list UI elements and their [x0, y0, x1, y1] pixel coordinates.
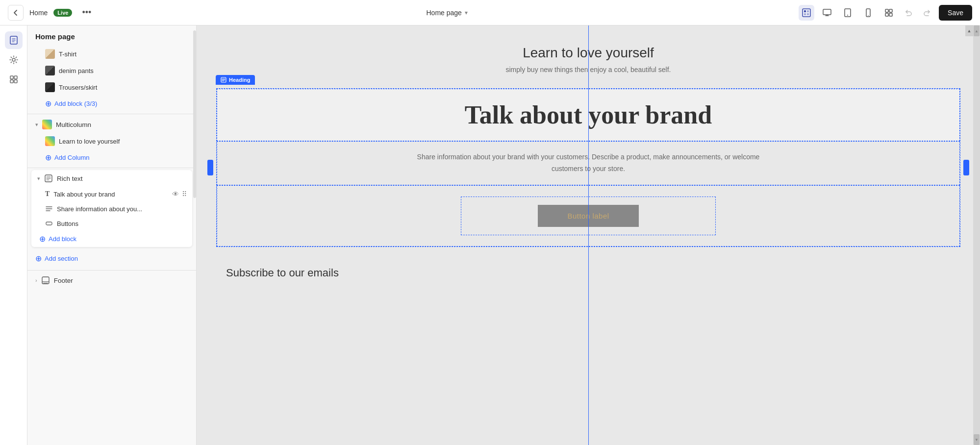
svg-rect-13 [889, 13, 892, 16]
svg-rect-12 [885, 13, 888, 16]
canvas-inner[interactable]: Learn to love yourself simply buy new th… [197, 25, 980, 445]
svg-rect-10 [885, 9, 888, 12]
sidebar-item-footer[interactable]: › Footer [27, 272, 196, 288]
svg-rect-18 [10, 80, 13, 83]
icon-bar [0, 25, 27, 445]
heading-chip[interactable]: Heading [216, 75, 255, 85]
divider-1 [27, 114, 196, 114]
sidebar-item-buttons[interactable]: Buttons [31, 216, 192, 231]
main-heading: Talk about your brand [237, 101, 940, 129]
share-info-label: Share information about you... [57, 205, 142, 213]
canvas-scrollbar[interactable]: ▲ ▼ [973, 25, 980, 445]
redo-button[interactable] [920, 6, 934, 20]
add-section-button[interactable]: ⊕ Add section [27, 249, 196, 268]
more-button[interactable]: ••• [78, 5, 95, 20]
up-arrow-icon: ▲ [967, 28, 972, 33]
divider-2 [27, 168, 196, 168]
sidebar-item-learn-to-love[interactable]: Learn to love yourself [27, 133, 196, 149]
back-button[interactable] [8, 5, 24, 21]
denim-thumb [45, 66, 55, 75]
sidebar-item-share-info[interactable]: Share information about you... [31, 201, 192, 216]
learn-thumb [45, 136, 55, 146]
svg-rect-17 [14, 76, 17, 79]
add-block-2-button[interactable]: ⊕ Add block [31, 231, 192, 247]
rich-text-label: Rich text [57, 175, 83, 182]
home-label: Home [29, 9, 48, 17]
trousers-thumb [45, 82, 55, 92]
scroll-up-button[interactable]: ▲ [965, 25, 973, 36]
add-block-button[interactable]: ⊕ Add block (3/3) [27, 96, 196, 112]
topbar-center: Home page ▾ [426, 9, 467, 17]
undo-button[interactable] [902, 6, 915, 20]
tablet-view-button[interactable] [840, 5, 855, 21]
multicolumn-label: Multicolumn [56, 121, 91, 128]
button-wrapper: Button label [461, 197, 716, 235]
plus-circle-icon: ⊕ [45, 99, 51, 108]
svg-rect-11 [889, 9, 892, 12]
svg-point-15 [12, 58, 15, 61]
cursor-tool-button[interactable] [799, 5, 814, 21]
settings-icon[interactable] [5, 51, 23, 69]
add-column-button[interactable]: ⊕ Add Column [27, 149, 196, 166]
button-area[interactable]: Button label [217, 185, 960, 247]
hero-section: Learn to love yourself simply buy new th… [197, 25, 980, 88]
svg-point-9 [868, 15, 869, 16]
footer-label: Footer [54, 277, 73, 284]
plus-circle-icon-4: ⊕ [35, 254, 42, 263]
text-box[interactable]: Share information about your brand with … [217, 141, 960, 185]
scroll-down-arrow-icon: ▼ [975, 438, 979, 442]
plus-circle-icon-2: ⊕ [45, 153, 51, 162]
rich-text-section: ▾ Rich text T Talk about your brand 👁 ⠿ … [31, 170, 192, 247]
chevron-down-rich-icon: ▾ [37, 175, 40, 182]
svg-rect-22 [42, 277, 49, 284]
topbar-left: Home Live ••• [8, 5, 95, 21]
main-layout: Home page T-shirt denim pants Trousers/s… [0, 25, 980, 445]
denim-label: denim pants [59, 67, 94, 74]
svg-point-7 [847, 15, 848, 16]
topbar-right: Save [799, 5, 972, 21]
chevron-right-icon: ▾ [35, 122, 38, 128]
hero-subtitle: simply buy new things then enjoy a cool,… [226, 66, 951, 74]
chevron-right-footer-icon: › [35, 277, 37, 283]
live-badge: Live [53, 9, 72, 17]
sidebar-scrollbar[interactable] [193, 30, 196, 198]
left-resize-handle[interactable] [207, 160, 213, 175]
rich-text-icon [44, 174, 53, 183]
trousers-label: Trousers/skirt [59, 84, 97, 91]
canvas-button[interactable]: Button label [538, 205, 638, 227]
pages-icon[interactable] [5, 31, 23, 49]
canvas-area: ▲ Learn to love yourself simply buy new … [197, 25, 980, 445]
canvas-content: Learn to love yourself simply buy new th… [197, 25, 980, 418]
scroll-up-thumb[interactable]: ▲ [974, 25, 980, 36]
heading-box[interactable]: Talk about your brand [217, 89, 960, 141]
sidebar-item-trousers[interactable]: Trousers/skirt [27, 79, 196, 96]
sidebar-item-tshirt[interactable]: T-shirt [27, 46, 196, 62]
footer-icon [41, 276, 50, 285]
svg-rect-5 [823, 9, 831, 15]
desktop-view-button[interactable] [819, 5, 835, 21]
svg-rect-16 [10, 76, 13, 79]
right-resize-handle[interactable] [963, 160, 969, 175]
sidebar-item-talk-about[interactable]: T Talk about your brand 👁 ⠿ [31, 187, 192, 201]
section-inner-border[interactable]: Heading Talk about your brand Share info… [216, 88, 960, 247]
mobile-view-button[interactable] [860, 5, 876, 21]
heading-chip-icon [221, 77, 226, 83]
eye-icon[interactable]: 👁 [172, 190, 179, 198]
svg-rect-19 [14, 80, 17, 83]
multicolumn-thumb [42, 120, 52, 129]
tshirt-thumb [45, 49, 55, 59]
sidebar-item-denim[interactable]: denim pants [27, 62, 196, 79]
topbar: Home Live ••• Home page ▾ Save [0, 0, 980, 25]
subscribe-title: Subscribe to our emails [226, 267, 951, 279]
sidebar-item-multicolumn[interactable]: ▾ Multicolumn [27, 116, 196, 133]
rich-text-header[interactable]: ▾ Rich text [31, 170, 192, 187]
scroll-up-arrow-icon: ▲ [975, 29, 979, 33]
apps-button[interactable] [881, 5, 897, 21]
svg-rect-21 [46, 222, 52, 225]
section-outer[interactable]: Heading Talk about your brand Share info… [216, 88, 960, 247]
scroll-down-thumb[interactable]: ▼ [974, 434, 980, 445]
button-icon [45, 220, 53, 227]
save-button[interactable]: Save [939, 5, 972, 21]
apps-grid-icon[interactable] [5, 71, 23, 88]
drag-handle-icon[interactable]: ⠿ [182, 190, 186, 198]
